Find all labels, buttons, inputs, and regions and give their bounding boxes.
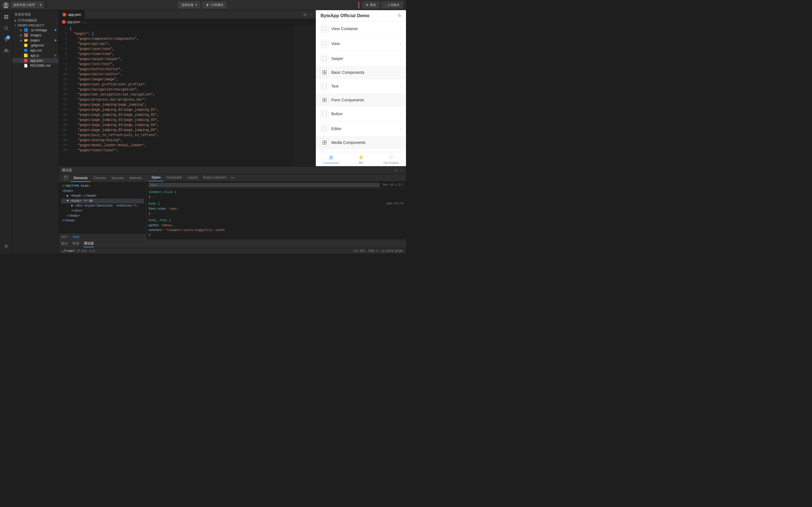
top-bar-center: 选择设备 ▾ ⚡ USB调试 [47, 2, 358, 8]
devtools-tab-inspector[interactable] [61, 174, 71, 182]
dom-nav-body[interactable]: body [73, 235, 80, 238]
preview-refresh-button[interactable]: ↻ [398, 13, 402, 18]
sidebar-icon-search[interactable] [1, 23, 11, 33]
style-icon-1[interactable]: ⊡ [398, 183, 401, 187]
code-line: 12 "pages/user_profile/user_profile", [59, 82, 316, 87]
output-tab-debugger[interactable]: 调试器 [84, 240, 94, 247]
cls-btn[interactable]: .cls [389, 183, 394, 187]
usb-debug-button[interactable]: ⚡ USB调试 [202, 2, 226, 8]
dom-line[interactable]: </html> [61, 218, 144, 223]
upload-button[interactable]: ↑ 上传版本 [382, 2, 403, 8]
dom-line[interactable]: ▼ <body> == $0 [61, 199, 144, 204]
dom-line[interactable]: <html> [61, 189, 144, 194]
output-tab-terminal[interactable]: 终端 [72, 240, 79, 247]
dom-line[interactable]: ▶ <div style="position: relative;">…</di… [61, 203, 144, 213]
code-line: 6 "pages/view/view", [59, 52, 316, 57]
preview-item-image[interactable]: Image › [316, 149, 406, 152]
styles-filter: :hov .cls + ⊡ □ [146, 182, 406, 189]
tree-item-app-js[interactable]: 🟨 app.js M [12, 53, 59, 58]
device-select[interactable]: 选择设备 ▾ [178, 2, 200, 8]
tree-item-gitignore[interactable]: 🟡 .gitignore [12, 43, 59, 48]
code-line: 8 "pages/text/text", [59, 62, 316, 67]
devtools-tab-sources[interactable]: Sources [109, 175, 126, 182]
preview-title: ByteApp Official Demo [320, 13, 369, 18]
devtools-tab-elements[interactable]: Elements [71, 175, 91, 182]
split-editor-button[interactable]: ⊟ [303, 12, 307, 17]
editor-preview-wrapper: 🔴 app.json ⊟ ⋯ 🔴 app.json › ... [59, 10, 406, 166]
errors-count[interactable]: ⊘ 0 [82, 249, 87, 252]
preview-item-editor[interactable]: Editor › [316, 121, 406, 136]
svg-line-11 [5, 39, 6, 40]
top-bar-left: 选择关联小程序 ▾ [0, 2, 47, 8]
project-select[interactable]: 选择关联小程序 ▾ [11, 2, 43, 8]
item-icon [320, 125, 328, 133]
tree-item-pages[interactable]: ▶ 📂 pages [12, 38, 59, 43]
warnings-count[interactable]: ⚠ 0 [89, 249, 94, 252]
styles-tab-layout[interactable]: Layout [185, 174, 200, 181]
tree-item-ts-miniapp[interactable]: ▶ 🟦 .ts-miniapp [12, 27, 59, 33]
sidebar-icon-settings[interactable] [1, 241, 11, 251]
preview-button[interactable]: 👁 预览 [363, 2, 379, 8]
code-line: 19 "pages/page_jumping_03/page_jumping_0… [59, 117, 316, 122]
sidebar-icon-explorer[interactable] [1, 12, 11, 22]
preview-nav-api[interactable]: ⚡ API [346, 152, 376, 166]
sidebar-icon-extensions[interactable] [1, 46, 11, 56]
svg-rect-22 [322, 73, 324, 74]
dom-nav-html[interactable]: html [61, 235, 67, 238]
more-options-button[interactable]: ⋯ [308, 12, 313, 17]
git-badge: 4 [6, 36, 10, 40]
tree-item-readme[interactable]: 📄 README.md [12, 63, 59, 68]
styles-tab-computed[interactable]: Computed [163, 174, 185, 181]
code-line: 1{ [59, 26, 316, 31]
editor-area: 🔴 app.json ⊟ ⋯ 🔴 app.json › ... [59, 10, 316, 166]
preview-item-button[interactable]: Button › [316, 107, 406, 121]
bottom-panel-header: 调试器 ⤢ − [59, 166, 406, 174]
add-style-btn[interactable]: + [395, 183, 397, 187]
preview-item-view[interactable]: View › [316, 36, 406, 51]
code-editor[interactable]: 1{2 "pages": [3 "pages/components/compon… [59, 25, 316, 166]
code-line: 23 "pages/dialog/dialog", [59, 138, 316, 143]
dom-line[interactable]: </body> [61, 214, 144, 219]
hov-btn[interactable]: :hov [382, 183, 388, 187]
styles-tab-event-listeners[interactable]: Event Listeners [200, 174, 230, 181]
dom-line[interactable]: <!DOCTYPE html> [61, 184, 144, 189]
open-editors-section[interactable]: ▶ 打开的编辑器 [12, 18, 59, 23]
sync-icon[interactable]: ↺ [77, 249, 80, 252]
preview-item-view-container[interactable]: View Container › [316, 21, 406, 36]
dom-line[interactable]: ▶ <head>…</head> [61, 193, 144, 199]
styles-content[interactable]: element.style {}body {app.css:41 font-si… [146, 189, 406, 239]
bottom-panel-actions: ⤢ − [394, 167, 403, 173]
svg-rect-19 [322, 57, 326, 61]
svg-rect-34 [325, 143, 326, 145]
styles-tab-styles[interactable]: Styles [149, 174, 163, 181]
devtools-tab-console[interactable]: Console [91, 175, 109, 182]
code-line: 24 "pages/modal_loader/modal_loader", [59, 143, 316, 148]
code-line: 11 "pages/image/image", [59, 77, 316, 82]
devtools-tab-network[interactable]: Network [126, 175, 145, 182]
close-panel-button[interactable]: − [400, 167, 403, 173]
project-root[interactable]: ▾ DEMO-PROJECT [12, 23, 59, 27]
sidebar-icon-git[interactable]: 4 [1, 34, 11, 45]
style-icon-2[interactable]: □ [402, 183, 404, 187]
filter-input[interactable] [149, 183, 380, 187]
preview-section-basic-components: Basic Components [316, 66, 406, 79]
tree-item-images[interactable]: ▶ 🟫 images [12, 33, 59, 38]
git-branch[interactable]: ⎇ main* [62, 249, 75, 252]
code-line: 2 "pages": [ [59, 31, 316, 36]
dom-tree[interactable]: <!DOCTYPE html><html>▶ <head>…</head>▼ <… [59, 182, 146, 233]
preview-nav-our-product[interactable]: ♡ Our Product [376, 152, 406, 166]
item-icon [320, 40, 328, 48]
tree-item-app-json[interactable]: 🔴 app.json [12, 58, 59, 63]
svg-rect-15 [5, 49, 7, 50]
svg-rect-26 [325, 98, 326, 100]
preview-nav-components[interactable]: ⊞ Components [316, 152, 346, 166]
svg-point-16 [5, 245, 7, 247]
output-tab-output[interactable]: 输出 [61, 240, 68, 247]
section-icon [320, 138, 328, 147]
css-rule: body {app.css:41 font-size: 14px;} [149, 202, 404, 216]
tab-app-json[interactable]: 🔴 app.json [59, 10, 85, 19]
tree-item-app-css[interactable]: 🔵 app.css [12, 48, 59, 53]
expand-panel-button[interactable]: ⤢ [394, 167, 399, 173]
preview-item-text[interactable]: Text › [316, 79, 406, 94]
preview-item-swiper[interactable]: Swiper › [316, 51, 406, 66]
